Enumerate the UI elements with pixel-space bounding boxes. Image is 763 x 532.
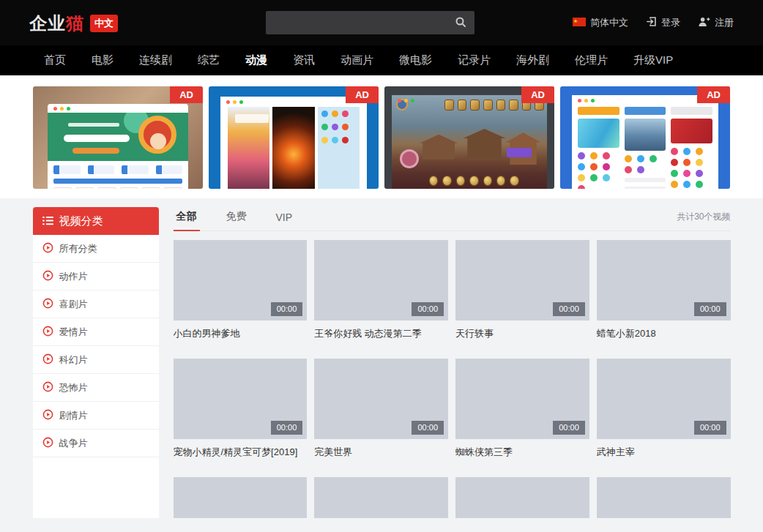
banner4-browser-window: [572, 95, 718, 189]
sidebar-list: 所有分类 动作片 喜剧片: [33, 235, 159, 518]
search-button[interactable]: [447, 11, 474, 34]
sidebar-category-item[interactable]: 战争片: [33, 430, 159, 457]
video-title[interactable]: 武神主宰: [597, 446, 731, 459]
video-card[interactable]: 00:00 小白的男神爹地: [174, 240, 308, 340]
window-controls-icon: [578, 99, 595, 102]
search-icon: [455, 16, 466, 30]
nav-item[interactable]: 记录片: [458, 53, 491, 67]
category-sidebar: 视频分类 所有分类 动作片: [33, 207, 159, 518]
site-logo[interactable]: 企业猫 中文: [29, 12, 118, 35]
main-nav: 首页电影连续剧综艺动漫资讯动画片微电影记录片海外剧伦理片升级VIP: [0, 45, 763, 75]
video-thumbnail[interactable]: 00:00: [174, 359, 308, 439]
video-title[interactable]: 宠物小精灵/精灵宝可梦[2019]: [174, 446, 308, 459]
sidebar-category-label: 恐怖片: [59, 381, 88, 394]
filter-tab[interactable]: 免费: [223, 207, 250, 231]
video-title[interactable]: 王爷你好贱 动态漫第二季: [314, 327, 448, 340]
video-thumbnail[interactable]: 00:00: [174, 240, 308, 321]
video-card[interactable]: [174, 477, 308, 518]
video-card[interactable]: 00:00 王爷你好贱 动态漫第二季: [314, 240, 448, 340]
video-thumbnail[interactable]: [314, 477, 448, 518]
nav-item[interactable]: 升级VIP: [633, 53, 673, 67]
nav-item[interactable]: 电影: [92, 53, 113, 67]
video-thumbnail[interactable]: 00:00: [455, 359, 589, 439]
video-card[interactable]: [314, 477, 448, 518]
sidebar-category-label: 战争片: [59, 437, 88, 450]
circled-play-icon: [42, 242, 53, 255]
sidebar-category-item[interactable]: 所有分类: [33, 235, 159, 263]
video-thumbnail[interactable]: 00:00: [314, 359, 448, 439]
total-count: 共计30个视频: [677, 211, 730, 231]
video-thumbnail[interactable]: [174, 477, 308, 518]
nav-item[interactable]: 海外剧: [516, 53, 549, 67]
circled-play-icon: [42, 326, 53, 339]
sidebar-category-item[interactable]: 喜剧片: [33, 291, 159, 318]
video-card[interactable]: 00:00 天行轶事: [455, 240, 589, 340]
video-card[interactable]: 00:00 宠物小精灵/精灵宝可梦[2019]: [174, 359, 308, 459]
register-label: 注册: [715, 16, 734, 29]
sidebar-category-label: 爱情片: [59, 326, 88, 339]
nav-item[interactable]: 综艺: [198, 53, 220, 67]
duration-badge: 00:00: [553, 421, 585, 435]
filter-tabs: 全部免费VIP 共计30个视频: [174, 207, 731, 231]
ad-banner-4[interactable]: AD: [560, 86, 730, 189]
circled-play-icon: [42, 353, 53, 367]
video-thumbnail[interactable]: 00:00: [455, 240, 589, 321]
language-switcher[interactable]: 简体中文: [573, 16, 628, 29]
video-card[interactable]: 00:00 蜡笔小新2018: [597, 240, 731, 340]
video-card[interactable]: 00:00 完美世界: [314, 359, 448, 459]
video-title[interactable]: 小白的男神爹地: [174, 327, 308, 340]
sidebar-category-item[interactable]: 爱情片: [33, 318, 159, 346]
ad-banner-3[interactable]: AD: [384, 86, 554, 189]
nav-item[interactable]: 微电影: [399, 53, 432, 67]
video-thumbnail[interactable]: [455, 477, 589, 518]
video-card[interactable]: [455, 477, 589, 518]
duration-badge: 00:00: [271, 302, 303, 316]
video-card[interactable]: 00:00 武神主宰: [597, 359, 731, 459]
video-thumbnail[interactable]: 00:00: [597, 240, 731, 321]
duration-badge: 00:00: [412, 302, 444, 316]
video-card[interactable]: [597, 477, 731, 518]
nav-item[interactable]: 资讯: [293, 53, 315, 67]
sidebar-category-label: 所有分类: [59, 242, 97, 255]
logo-language-badge: 中文: [90, 15, 118, 32]
sidebar-category-item[interactable]: 科幻片: [33, 346, 159, 374]
sidebar-category-item[interactable]: 动作片: [33, 263, 159, 291]
nav-item[interactable]: 伦理片: [575, 53, 608, 67]
sidebar-title: 视频分类: [59, 214, 103, 228]
duration-badge: 00:00: [694, 302, 726, 316]
login-button[interactable]: 登录: [646, 16, 680, 29]
sidebar-category-item[interactable]: 恐怖片: [33, 374, 159, 402]
circled-play-icon: [42, 409, 53, 422]
video-grid: 00:00 小白的男神爹地 00:00 王爷你好贱 动态漫第二季 00:00 天…: [174, 240, 731, 518]
login-label: 登录: [661, 16, 680, 29]
video-title[interactable]: 蜘蛛侠第三季: [455, 446, 589, 459]
cn-flag-icon: [573, 18, 586, 29]
duration-badge: 00:00: [553, 302, 585, 316]
nav-item[interactable]: 动漫: [245, 53, 267, 67]
video-card[interactable]: 00:00 蜘蛛侠第三季: [455, 359, 589, 459]
ad-banner-2[interactable]: AD: [209, 86, 379, 189]
sidebar-category-label: 喜剧片: [59, 298, 88, 311]
sidebar-category-item[interactable]: 剧情片: [33, 402, 159, 430]
sidebar-category-label: 动作片: [59, 270, 88, 283]
content-area: 视频分类 所有分类 动作片: [33, 207, 731, 518]
ad-banner-1[interactable]: AD: [33, 86, 203, 189]
video-thumbnail[interactable]: 00:00: [314, 240, 448, 321]
register-button[interactable]: 注册: [698, 16, 734, 29]
video-thumbnail[interactable]: [597, 477, 731, 518]
video-title[interactable]: 蜡笔小新2018: [597, 327, 731, 340]
video-title[interactable]: 完美世界: [314, 446, 448, 459]
banner3-game-scene: [392, 95, 547, 189]
nav-item[interactable]: 动画片: [340, 53, 373, 67]
video-title[interactable]: 天行轶事: [455, 327, 589, 340]
circled-play-icon: [42, 298, 53, 311]
duration-badge: 00:00: [271, 421, 303, 435]
search-input[interactable]: [266, 11, 447, 34]
video-thumbnail[interactable]: 00:00: [597, 359, 731, 439]
filter-tab[interactable]: VIP: [273, 209, 296, 231]
circled-play-icon: [42, 437, 53, 450]
nav-item[interactable]: 首页: [44, 53, 66, 67]
filter-tab[interactable]: 全部: [174, 207, 200, 231]
nav-item[interactable]: 连续剧: [139, 53, 172, 67]
banner1-browser-window: [48, 104, 188, 189]
